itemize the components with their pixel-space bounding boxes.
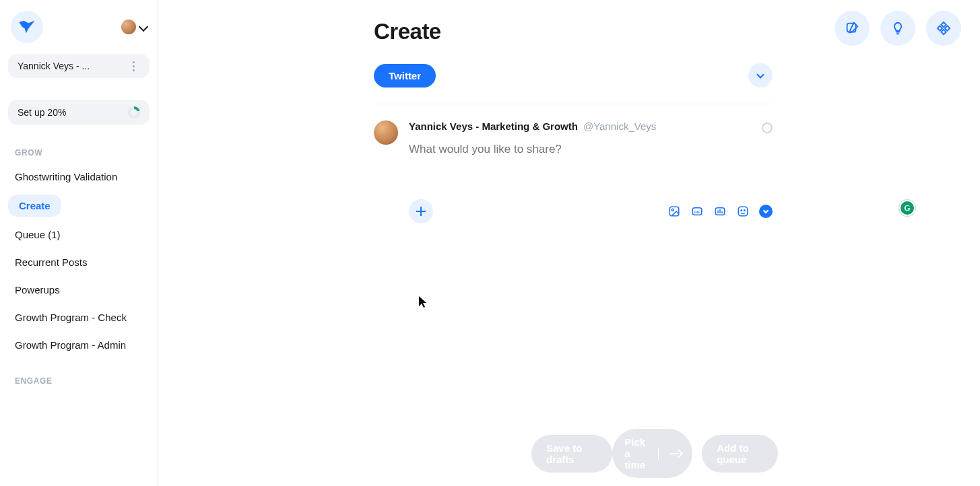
chevron-down-icon <box>139 22 148 32</box>
more-vertical-icon[interactable] <box>127 61 140 71</box>
chevron-down-icon <box>756 71 764 78</box>
apps-button[interactable] <box>926 11 961 46</box>
svg-point-7 <box>741 210 742 211</box>
nav-queue[interactable]: Queue (1) <box>8 221 150 248</box>
poll-icon[interactable] <box>713 205 727 218</box>
char-count-ring <box>762 123 773 133</box>
add-thread-button[interactable] <box>409 199 433 223</box>
main: Create Twitter Yannick Veys - Marketing … <box>158 0 980 486</box>
svg-point-8 <box>744 210 746 211</box>
footer-actions: Save to drafts Pick a time Add to queue <box>158 429 980 478</box>
sidebar-top <box>8 7 150 53</box>
nav-growth-program-admin[interactable]: Growth Program - Admin <box>8 331 150 359</box>
composer-more-button[interactable] <box>759 205 773 218</box>
bird-icon <box>18 18 36 36</box>
svg-text:GIF: GIF <box>694 210 701 214</box>
add-to-queue-button[interactable]: Add to queue <box>702 435 778 473</box>
compose-button[interactable] <box>835 11 870 46</box>
platform-expand-button[interactable] <box>748 63 773 88</box>
save-drafts-button[interactable]: Save to drafts <box>531 435 612 473</box>
top-right-tools <box>835 11 961 46</box>
pick-time-button[interactable]: Pick a time <box>612 429 692 478</box>
arrow-right-icon <box>658 448 692 460</box>
composer-head: Yannick Veys - Marketing & Growth @Yanni… <box>409 120 773 132</box>
setup-progress-label: Set up 20% <box>18 107 66 118</box>
nav-grow: Ghostwriting Validation Create Queue (1)… <box>8 163 150 359</box>
emoji-icon[interactable] <box>736 205 750 218</box>
page-title: Create <box>374 19 773 44</box>
gif-icon[interactable]: GIF <box>690 205 704 218</box>
chevron-down-icon <box>763 208 769 213</box>
nav-growth-program-check[interactable]: Growth Program - Check <box>8 304 150 331</box>
section-grow: GROW <box>8 148 150 158</box>
platform-pill[interactable]: Twitter <box>374 64 436 88</box>
account-switcher[interactable] <box>121 20 147 34</box>
grammarly-icon[interactable] <box>899 200 915 216</box>
edit-icon <box>845 21 859 36</box>
composer-input[interactable] <box>409 143 773 156</box>
diamond-grid-icon <box>936 21 951 36</box>
nav-powerups[interactable]: Powerups <box>8 276 150 304</box>
section-engage: ENGAGE <box>8 376 150 386</box>
lightbulb-icon <box>890 21 905 36</box>
app-logo[interactable] <box>11 11 43 43</box>
image-icon[interactable] <box>667 205 681 218</box>
svg-point-2 <box>672 209 674 211</box>
composer-footer: GIF <box>409 199 773 223</box>
composer-tools: GIF <box>667 205 773 218</box>
svg-rect-1 <box>669 207 679 216</box>
composer-handle: @Yannick_Veys <box>583 120 656 132</box>
plus-icon <box>416 207 426 216</box>
avatar <box>121 20 136 34</box>
ideas-button[interactable] <box>880 11 915 46</box>
sidebar: Yannick Veys - ... Set up 20% GROW Ghost… <box>0 0 158 486</box>
svg-rect-6 <box>738 207 748 216</box>
composer-name: Yannick Veys - Marketing & Growth <box>409 120 578 132</box>
composer: Yannick Veys - Marketing & Growth @Yanni… <box>374 120 773 223</box>
progress-ring-icon <box>128 106 140 118</box>
nav-recurrent-posts[interactable]: Recurrent Posts <box>8 248 150 276</box>
profile-chip-label: Yannick Veys - ... <box>18 61 90 71</box>
profile-chip[interactable]: Yannick Veys - ... <box>8 54 150 78</box>
composer-avatar <box>374 120 398 145</box>
nav-ghostwriting-validation[interactable]: Ghostwriting Validation <box>8 163 150 190</box>
content: Create Twitter Yannick Veys - Marketing … <box>374 0 773 223</box>
platform-row: Twitter <box>374 63 773 104</box>
nav-create[interactable]: Create <box>8 195 61 217</box>
setup-progress-chip[interactable]: Set up 20% <box>8 100 150 125</box>
